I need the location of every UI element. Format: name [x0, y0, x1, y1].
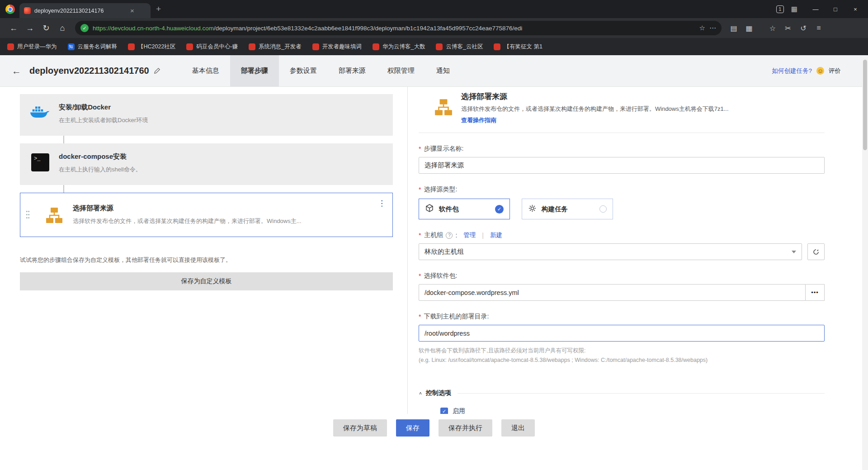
host-group-select[interactable]: 林欣的主机组	[419, 243, 802, 260]
collapse-caret-icon[interactable]: ∧	[419, 391, 422, 395]
new-host-group-link[interactable]: 新建	[490, 231, 502, 239]
bookmark-star-icon[interactable]: ☆	[699, 24, 705, 32]
bookmarks-bar: 用户登录—华为 知 云服务名词解释 【HC2022社区 码豆会员中心-赚 系统消…	[0, 38, 868, 55]
window-close-button[interactable]: ×	[845, 1, 865, 17]
detail-header: 选择部署来源 选择软件发布仓的文件，或者选择某次构建任务的构建产物，来进行部署。…	[434, 91, 825, 124]
control-options-section[interactable]: ∧ 控制选项	[419, 389, 825, 397]
host-group-field: * 主机组 ? : 管理 | 新建 林欣的主机组	[419, 231, 825, 260]
save-as-template-button[interactable]: 保存为自定义模板	[20, 272, 393, 290]
secure-site-icon[interactable]: ✓	[80, 24, 89, 32]
drag-handle-icon[interactable]	[26, 210, 30, 220]
rate-link[interactable]: 评价	[829, 67, 841, 75]
manage-host-group-link[interactable]: 管理	[463, 231, 476, 239]
browser-active-tab[interactable]: deployenv20221130214176 ×	[19, 3, 151, 18]
package-label: 选择软件包:	[424, 272, 457, 280]
tab-params[interactable]: 参数设置	[279, 55, 328, 87]
package-browse-button[interactable]: •••	[806, 284, 825, 301]
guide-link[interactable]: 查看操作指南	[461, 117, 496, 123]
bookmark-item-3[interactable]: 【HC2022社区	[128, 43, 175, 51]
page-header: ← deployenv202211302141760 基本信息 部署步骤 参数设…	[0, 55, 868, 87]
step-card-install-docker[interactable]: 安装/卸载Docker 在主机上安装或者卸载Docker环境	[20, 94, 393, 136]
enable-checkbox[interactable]: ✓	[440, 408, 448, 414]
browser-menu-icon[interactable]: ≡	[812, 24, 826, 32]
window-maximize-button[interactable]: □	[826, 1, 845, 17]
help-question-icon[interactable]: ?	[446, 232, 453, 239]
home-icon[interactable]: ⌂	[55, 21, 70, 35]
required-marker: *	[419, 232, 421, 239]
tab-permissions[interactable]: 权限管理	[377, 55, 425, 87]
url-text[interactable]: https://devcloud.cn-north-4.huaweicloud.…	[93, 25, 695, 32]
source-type-option-package[interactable]: 软件包 ✓	[419, 199, 510, 219]
save-button[interactable]: 保存	[396, 419, 429, 437]
screenshot-scissors-icon[interactable]: ✂	[781, 24, 795, 33]
bookmark-item-4[interactable]: 码豆会员中心-赚	[186, 43, 238, 51]
source-type-field: *选择源类型: 软件包 ✓ 构建任务	[419, 185, 825, 219]
source-type-option-build-task[interactable]: 构建任务	[522, 199, 613, 219]
section-divider-line	[458, 393, 825, 394]
feedback-smiley-icon[interactable]: ☺	[816, 67, 824, 75]
tab-notifications[interactable]: 通知	[425, 55, 461, 87]
terminal-icon: >_	[30, 153, 51, 171]
page-back-icon[interactable]: ←	[12, 66, 21, 76]
tab-close-icon[interactable]: ×	[128, 6, 136, 15]
url-path: /deployman/project/6eb53e81332e4c2aabb6e…	[214, 25, 522, 32]
bookmark-item-1[interactable]: 用户登录—华为	[7, 43, 57, 51]
radio-unselected-icon	[599, 205, 607, 213]
step-card-select-source[interactable]: 选择部署来源 选择软件发布仓的文件，或者选择某次构建任务的构建产物，来进行部署。…	[20, 193, 393, 237]
new-tab-button[interactable]: +	[151, 4, 166, 14]
edit-title-pencil-icon[interactable]	[154, 67, 160, 74]
step-card-description: 选择软件发布仓的文件，或者选择某次构建任务的构建产物，来进行部署。Windows…	[73, 217, 302, 226]
bookmark-item-9[interactable]: 【有奖征文 第1	[494, 43, 542, 51]
back-nav-icon[interactable]: ←	[6, 21, 21, 35]
bookmark-favicon: 知	[68, 43, 75, 50]
bookmark-label: 云服务名词解释	[78, 43, 118, 51]
devcloud-page: ← deployenv202211302141760 基本信息 部署步骤 参数设…	[0, 55, 868, 452]
tab-deploy-steps[interactable]: 部署步骤	[230, 55, 279, 87]
save-and-run-button[interactable]: 保存并执行	[439, 419, 492, 437]
url-more-icon[interactable]: ⋯	[709, 24, 716, 32]
favorites-icon[interactable]: ☆	[766, 24, 779, 33]
bookmark-label: 华为云博客_大数	[382, 43, 425, 51]
step-card-menu-icon[interactable]: ⋮	[378, 199, 386, 208]
extension-apps-grid-icon[interactable]: ▦	[742, 24, 756, 33]
step-name-field: *步骤显示名称:	[419, 145, 825, 174]
deploy-dir-input[interactable]	[419, 325, 825, 342]
forward-nav-icon[interactable]: →	[23, 21, 37, 35]
host-group-value: 林欣的主机组	[425, 247, 464, 256]
bookmark-item-5[interactable]: 系统消息_开发者	[249, 43, 301, 51]
page-title: deployenv202211302141760	[29, 66, 149, 76]
browser-extension-icon[interactable]: ▦	[791, 5, 797, 13]
bookmark-item-8[interactable]: 云博客_云社区	[436, 43, 483, 51]
page-scrollbar[interactable]	[862, 55, 868, 470]
step-name-input[interactable]	[419, 157, 825, 174]
reload-icon[interactable]: ↻	[39, 21, 53, 35]
gear-icon	[528, 204, 537, 214]
address-bar[interactable]: ✓ https://devcloud.cn-north-4.huaweiclou…	[75, 21, 722, 35]
how-to-create-task-link[interactable]: 如何创建任务?	[772, 67, 812, 75]
browser-logo-icon	[5, 5, 15, 14]
detail-title: 选择部署来源	[461, 91, 825, 102]
enable-checkbox-row[interactable]: ✓ 启用	[440, 407, 825, 414]
step-card-docker-compose[interactable]: >_ docker-compose安装 在主机上执行输入的shell命令。	[20, 143, 393, 185]
enable-checkbox-label: 启用	[453, 407, 465, 414]
tab-count-badge[interactable]: 1	[776, 5, 784, 13]
exit-button[interactable]: 退出	[501, 419, 535, 437]
deploy-dir-hint-line1: 软件包将会下载到该路径下,且该路径必须对当前用户具有可写权限:	[419, 347, 585, 354]
bookmark-item-7[interactable]: 华为云博客_大数	[373, 43, 425, 51]
step-connector-line	[63, 136, 64, 143]
history-undo-icon[interactable]: ↺	[797, 24, 810, 33]
step-card-title: docker-compose安装	[59, 152, 142, 161]
source-type-label: 选择源类型:	[424, 185, 457, 194]
extension-image-icon[interactable]: ▤	[727, 24, 741, 33]
url-domain: https://devcloud.cn-north-4.huaweicloud.…	[93, 25, 214, 32]
refresh-host-group-button[interactable]	[807, 243, 825, 260]
tab-deploy-source[interactable]: 部署来源	[328, 55, 377, 87]
deploy-dir-hint-line2: (e.g. Linux: /usr/local/tomcat/apache-to…	[419, 357, 708, 363]
tab-basic-info[interactable]: 基本信息	[181, 55, 230, 87]
bookmark-item-6[interactable]: 开发者趣味填词	[312, 43, 362, 51]
package-path-input[interactable]	[419, 284, 806, 301]
save-as-draft-button[interactable]: 保存为草稿	[333, 419, 387, 437]
bookmark-item-2[interactable]: 知 云服务名词解释	[68, 43, 118, 51]
window-minimize-button[interactable]: —	[806, 1, 826, 17]
scrollbar-thumb[interactable]	[863, 60, 867, 150]
